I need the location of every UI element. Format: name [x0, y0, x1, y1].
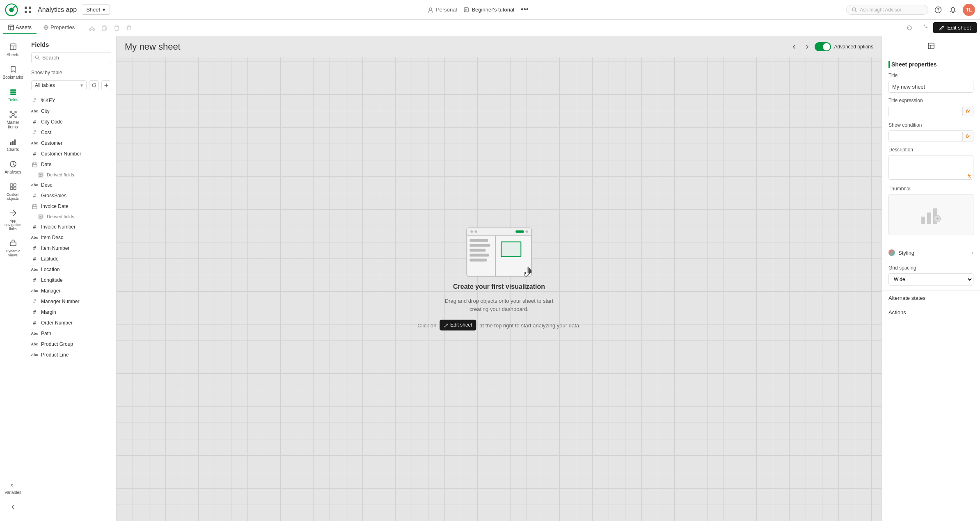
field-item[interactable]: Abc Location [26, 264, 116, 275]
field-item[interactable]: # Margin [26, 307, 116, 318]
svg-rect-71 [927, 213, 931, 224]
bookmarks-icon [9, 65, 17, 73]
show-condition-input[interactable] [889, 131, 962, 142]
show-condition-property: Show condition fx [888, 122, 973, 142]
all-tables-select[interactable]: All tables ▾ [31, 80, 87, 90]
derived-fields-item[interactable]: Derived fields [26, 170, 116, 180]
chevron-down-icon: ▾ [103, 7, 105, 13]
field-item[interactable]: # Customer Number [26, 149, 116, 159]
search-input[interactable] [42, 55, 108, 61]
properties-panel-icon[interactable] [925, 39, 938, 53]
description-property: Description fx [888, 147, 973, 181]
title-expression-fx-btn[interactable]: fx [962, 107, 973, 116]
advanced-options-toggle[interactable]: Advanced options [815, 42, 873, 51]
sheet-canvas[interactable]: Create your first visualization Drag and… [117, 57, 882, 521]
title-expression-input-group: fx [888, 106, 973, 117]
field-item[interactable]: Abc Desc [26, 180, 116, 190]
edit-sheet-inline-btn[interactable]: Edit sheet [440, 320, 476, 330]
svg-rect-15 [9, 25, 14, 30]
svg-rect-64 [39, 215, 42, 218]
description-fx-btn[interactable]: fx [967, 174, 971, 178]
paste-icon[interactable] [111, 22, 122, 34]
viz-inner [467, 228, 531, 276]
sidebar-item-master-items[interactable]: Master items [2, 107, 25, 133]
sidebar-item-fields[interactable]: Fields [2, 85, 25, 105]
sidebar-item-app-navigation[interactable]: App navigation links [2, 206, 25, 234]
delete-icon[interactable] [123, 22, 135, 34]
field-item[interactable]: # GrossSales [26, 190, 116, 201]
field-item[interactable]: Abc Customer [26, 138, 116, 149]
svg-point-37 [10, 116, 11, 118]
add-field-button[interactable] [101, 80, 111, 90]
svg-rect-31 [10, 89, 16, 91]
app-logo[interactable] [5, 3, 18, 16]
tutorial-label: Beginner's tutorial [472, 7, 514, 13]
tutorial-link[interactable]: Beginner's tutorial [463, 7, 514, 13]
field-item[interactable]: Invoice Date [26, 201, 116, 212]
next-sheet-button[interactable] [801, 41, 813, 53]
apps-grid-icon[interactable] [23, 5, 33, 15]
field-item[interactable]: # Cost [26, 127, 116, 138]
insight-advisor-search[interactable]: Ask Insight Advisor [846, 5, 928, 15]
refresh-fields-button[interactable] [89, 80, 99, 90]
sidebar-item-custom-objects[interactable]: Custom objects [2, 179, 25, 204]
notifications-icon[interactable] [948, 5, 958, 15]
search-box[interactable] [31, 52, 111, 63]
svg-rect-4 [29, 7, 31, 9]
description-textarea[interactable] [888, 155, 973, 180]
user-avatar[interactable]: TL [963, 4, 975, 16]
field-name: Margin [41, 309, 56, 315]
sidebar-item-variables[interactable]: x Variables [2, 477, 25, 498]
more-options-icon[interactable]: ••• [521, 5, 529, 14]
grid-spacing-label: Grid spacing [888, 265, 973, 271]
field-item[interactable]: # Longitude [26, 275, 116, 286]
field-item[interactable]: Abc Manager [26, 286, 116, 296]
prev-sheet-button[interactable] [788, 41, 800, 53]
sidebar-collapse-button[interactable] [2, 500, 25, 514]
thumbnail-area[interactable] [888, 194, 973, 235]
field-item[interactable]: Abc Product Group [26, 339, 116, 350]
field-item[interactable]: Date [26, 159, 116, 170]
show-condition-fx-btn[interactable]: fx [962, 132, 973, 141]
sheet-selector-dropdown[interactable]: Sheet ▾ [82, 5, 110, 15]
edit-sheet-button[interactable]: Edit sheet [933, 22, 977, 33]
master-items-icon [9, 110, 17, 119]
field-name: Invoice Date [41, 203, 69, 209]
svg-rect-53 [32, 163, 37, 167]
styling-row[interactable]: Styling › [882, 245, 980, 260]
derived-fields-item[interactable]: Derived fields [26, 212, 116, 222]
grid-spacing-select[interactable]: Wide Narrow Medium [888, 273, 973, 286]
field-item[interactable]: # Order Number [26, 318, 116, 328]
copy-icon[interactable] [98, 22, 110, 34]
field-item[interactable]: Abc Path [26, 328, 116, 339]
redo-icon[interactable] [918, 22, 930, 34]
title-expression-input[interactable] [889, 106, 962, 117]
sidebar-item-sheets[interactable]: Sheets [2, 39, 25, 60]
sidebar-item-dynamic-views[interactable]: Dynamic views [2, 236, 25, 260]
title-expression-label: Title expression [888, 98, 973, 103]
tab-assets[interactable]: Assets [3, 22, 37, 34]
sidebar-item-charts[interactable]: Charts [2, 134, 25, 155]
field-item[interactable]: # Item Number [26, 243, 116, 254]
right-panel: Sheet properties Title Title expression … [882, 36, 980, 521]
undo-icon[interactable] [904, 22, 915, 34]
field-item[interactable]: # Invoice Number [26, 222, 116, 232]
alternate-states-row[interactable]: Alternate states [882, 291, 980, 305]
field-item[interactable]: Abc Product Line [26, 350, 116, 360]
field-item[interactable]: # City Code [26, 117, 116, 127]
field-item[interactable]: # Manager Number [26, 296, 116, 307]
action-suffix: at the top right to start analyzing your… [479, 322, 580, 329]
cut-icon[interactable] [86, 22, 98, 34]
title-input[interactable] [888, 81, 973, 93]
sidebar-item-analyses[interactable]: Analyses [2, 157, 25, 178]
actions-row[interactable]: Actions [882, 305, 980, 320]
sidebar-item-bookmarks[interactable]: Bookmarks [2, 62, 25, 83]
tab-properties[interactable]: Properties [38, 22, 80, 34]
svg-rect-41 [14, 139, 16, 145]
field-item[interactable]: Abc City [26, 106, 116, 117]
field-item[interactable]: # %KEY [26, 95, 116, 106]
field-item[interactable]: # Latitude [26, 254, 116, 264]
sheet-properties-section: Sheet properties Title Title expression … [882, 56, 980, 245]
help-icon[interactable]: ? [933, 5, 943, 15]
field-item[interactable]: Abc Item Desc [26, 232, 116, 243]
